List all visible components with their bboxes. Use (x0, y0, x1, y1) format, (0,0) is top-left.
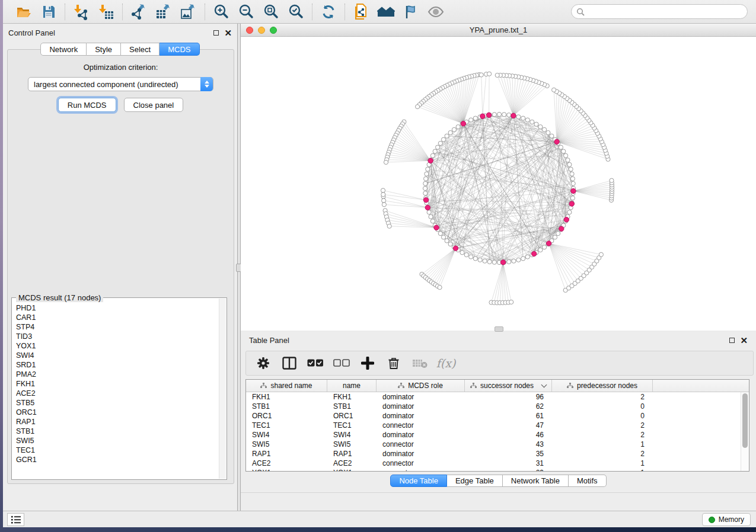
table-scrollbar[interactable] (741, 392, 749, 471)
float-table-panel-icon[interactable] (729, 338, 735, 343)
mcds-result-node[interactable]: STB5 (16, 398, 219, 408)
zoom-fit-button[interactable] (261, 3, 281, 21)
hierarchy-icon (567, 383, 573, 389)
close-table-panel-icon[interactable]: ✕ (740, 338, 748, 343)
table-row[interactable]: ACE2ACE2connector311 (246, 459, 749, 468)
column-header-MCDS-role[interactable]: MCDS role (377, 380, 465, 392)
tab-style[interactable]: Style (87, 43, 121, 56)
table-row[interactable]: SWI5SWI5connector431 (246, 440, 749, 449)
export-image-button[interactable] (178, 3, 199, 21)
hide-panel-button[interactable] (401, 3, 421, 21)
mcds-result-node[interactable]: RAP1 (16, 417, 219, 427)
save-floppy-icon (41, 4, 56, 20)
horizontal-splitter-grip[interactable] (495, 326, 503, 332)
export-image-icon (180, 4, 197, 20)
export-network-button[interactable] (129, 3, 149, 21)
tab-network-table[interactable]: Network Table (503, 475, 569, 487)
zoom-in-button[interactable] (211, 3, 231, 21)
chevron-up-icon (205, 81, 209, 84)
column-header-shared-name[interactable]: shared name (246, 380, 327, 392)
delete-button[interactable] (385, 354, 403, 372)
mcds-result-node[interactable]: FKH1 (16, 379, 219, 389)
mcds-result-node[interactable]: SWI5 (16, 436, 219, 446)
table-row[interactable]: STB1STB1dominator620 (246, 402, 749, 411)
gear-button[interactable] (254, 354, 272, 372)
table-panel-title: Table Panel (249, 336, 289, 345)
zoom-selected-button[interactable] (286, 3, 306, 21)
criterion-select[interactable]: largest connected component (undirected) (28, 77, 213, 91)
network-titlebar: YPA_prune.txt_1 (241, 24, 756, 37)
mcds-result-node[interactable]: SRD1 (16, 360, 219, 370)
tab-network[interactable]: Network (40, 43, 87, 56)
import-network-button[interactable] (71, 3, 91, 21)
close-panel-icon[interactable]: ✕ (224, 30, 232, 36)
tab-motifs[interactable]: Motifs (569, 475, 607, 487)
tab-node-table[interactable]: Node Table (390, 475, 447, 487)
table-row[interactable]: YOX1YOX1connector291 (246, 468, 749, 472)
mcds-result-scrollbar[interactable] (219, 299, 226, 479)
table-tabs: Node Table Edge Table Network Table Moti… (241, 475, 756, 487)
mcds-result-node[interactable]: STP4 (16, 322, 219, 332)
network-title: YPA_prune.txt_1 (241, 25, 756, 34)
table-body[interactable]: FKH1FKH1dominator962STB1STB1dominator620… (246, 392, 749, 472)
table-row[interactable]: SWI4SWI4dominator462 (246, 430, 749, 440)
show-networks-button[interactable] (376, 3, 396, 21)
tab-edge-table[interactable]: Edge Table (447, 475, 503, 487)
mcds-result-node[interactable]: GCR1 (16, 455, 219, 464)
eye-icon (428, 5, 444, 18)
column-header-successor-nodes[interactable]: successor nodes (465, 380, 552, 392)
close-panel-button[interactable]: Close panel (124, 98, 184, 112)
table-row[interactable]: RAP1RAP1dominator352 (246, 449, 749, 459)
clone-network-button[interactable] (351, 3, 371, 21)
document-share-icon (353, 4, 369, 20)
show-hidden-button[interactable] (426, 3, 446, 21)
mcds-result-node[interactable]: YOX1 (16, 341, 219, 351)
mcds-result-node[interactable]: TEC1 (16, 446, 219, 455)
plus-icon (361, 357, 374, 370)
float-panel-icon[interactable] (213, 30, 219, 36)
mcds-result-list[interactable]: PHD1CAR1STP4TID3YOX1SWI4SRD1PMA2FKH1ACE2… (16, 303, 219, 478)
mcds-result-node[interactable]: TID3 (16, 332, 219, 341)
network-graph[interactable] (241, 37, 756, 331)
mcds-result-node[interactable]: ORC1 (16, 408, 219, 417)
table-row[interactable]: TEC1TEC1connector472 (246, 421, 749, 430)
node-table: shared namenameMCDS rolesuccessor nodesp… (245, 379, 749, 472)
mcds-result-node[interactable]: CAR1 (16, 313, 219, 322)
memory-label: Memory (719, 515, 744, 524)
function-builder-button: f(x) (437, 354, 455, 372)
table-row[interactable]: FKH1FKH1dominator962 (246, 392, 749, 402)
apply-layout-button[interactable] (318, 3, 339, 21)
add-column-button[interactable] (359, 354, 377, 372)
table-row[interactable]: ORC1ORC1dominator610 (246, 411, 749, 421)
export-table-button[interactable] (154, 3, 174, 21)
mcds-result-node[interactable]: PMA2 (16, 370, 219, 379)
column-header-name[interactable]: name (327, 380, 377, 392)
tab-select[interactable]: Select (121, 43, 160, 56)
open-folder-button[interactable] (14, 3, 34, 21)
mcds-result-node[interactable]: STB1 (16, 427, 219, 436)
zoom-out-button[interactable] (236, 3, 256, 21)
criterion-selected-value: largest connected component (undirected) (34, 80, 178, 89)
task-history-button[interactable] (7, 513, 24, 526)
save-button[interactable] (39, 3, 59, 21)
sort-desc-icon (541, 382, 547, 388)
deselect-all-button[interactable] (333, 354, 350, 372)
chevron-down-icon (205, 85, 209, 88)
split-columns-button[interactable] (280, 354, 298, 372)
mcds-result-node[interactable]: PHD1 (16, 303, 219, 313)
control-panel-title: Control Panel (8, 28, 55, 37)
memory-button[interactable]: Memory (702, 513, 751, 526)
search-input[interactable] (571, 4, 748, 19)
run-mcds-button[interactable]: Run MCDS (58, 98, 116, 112)
column-header-predecessor-nodes[interactable]: predecessor nodes (552, 380, 653, 392)
import-table-button[interactable] (96, 3, 116, 21)
table-scrollbar-thumb[interactable] (742, 393, 748, 448)
network-view: YPA_prune.txt_1 (241, 24, 756, 331)
mcds-result-node[interactable]: ACE2 (16, 389, 219, 398)
select-all-button[interactable] (307, 354, 324, 372)
network-canvas[interactable] (241, 37, 756, 331)
cytoscape-window: Control Panel ✕ Network Style Select MCD… (3, 0, 756, 527)
tab-mcds[interactable]: MCDS (160, 43, 199, 56)
export-table-icon (155, 4, 172, 20)
mcds-result-node[interactable]: SWI4 (16, 351, 219, 360)
